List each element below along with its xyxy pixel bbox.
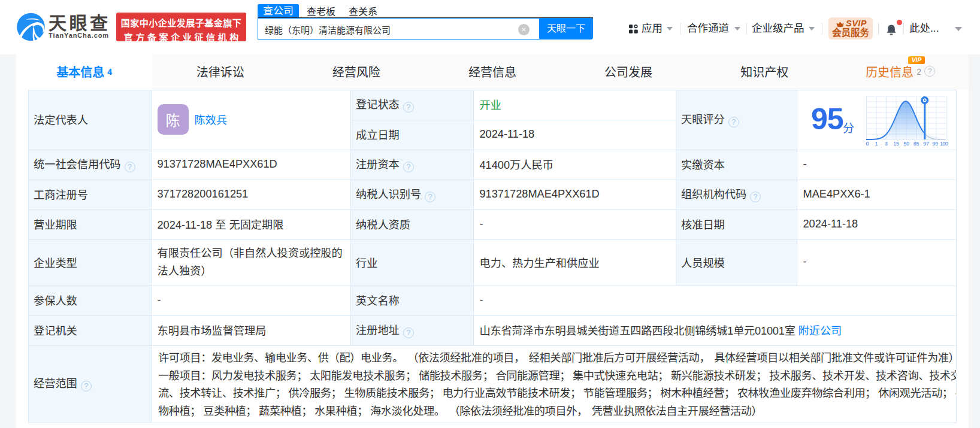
svg-text:15: 15 bbox=[893, 141, 899, 147]
svg-text:85: 85 bbox=[914, 141, 919, 147]
svg-text:100: 100 bbox=[940, 141, 948, 147]
svg-text:3: 3 bbox=[885, 141, 888, 147]
svg-text:50: 50 bbox=[903, 141, 909, 147]
svg-text:1: 1 bbox=[875, 141, 878, 147]
svg-text:99: 99 bbox=[932, 141, 938, 147]
svg-text:0: 0 bbox=[866, 141, 869, 147]
svg-text:97: 97 bbox=[923, 141, 929, 147]
